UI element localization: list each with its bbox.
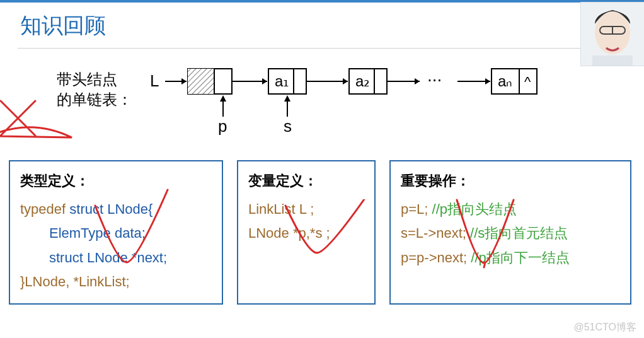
dots: ··· [427, 69, 442, 89]
svg-rect-5 [188, 69, 214, 94]
svg-marker-24 [284, 95, 290, 102]
pointer-s: s [284, 117, 292, 136]
top-accent-bar [0, 0, 644, 3]
svg-marker-12 [343, 78, 348, 84]
opdef-line1: p=L; //p指向头结点 [401, 197, 620, 222]
opdef-line3: p=p->next; //p指向下一结点 [401, 246, 620, 271]
opdef-heading: 重要操作： [401, 169, 620, 194]
vardef-line2: LNode *p,*s ; [248, 221, 364, 246]
svg-marker-22 [220, 95, 226, 102]
page-title: 知识回顾 [20, 11, 644, 40]
watermark: @51CTO博客 [573, 321, 636, 334]
typedef-line2: ElemType data; [20, 221, 212, 246]
svg-marker-1 [181, 78, 187, 84]
typedef-line1: typedef struct LNode{ [20, 197, 212, 222]
node-a1: a₁ [275, 73, 289, 90]
typedef-line3: struct LNode *next; [20, 246, 212, 271]
svg-rect-6 [214, 69, 232, 94]
svg-marker-18 [485, 78, 490, 84]
pointer-p: p [218, 117, 227, 136]
panel-typedef: 类型定义： typedef struct LNode{ ElemType dat… [9, 160, 223, 305]
node-terminator: ^ [524, 74, 531, 90]
node-an: aₙ [498, 73, 512, 90]
typedef-line4: }LNode, *LinkList; [20, 270, 212, 294]
title-underline [18, 48, 626, 49]
webcam-thumbnail [581, 3, 644, 66]
typedef-heading: 类型定义： [20, 169, 212, 194]
vardef-heading: 变量定义： [248, 169, 364, 194]
svg-rect-29 [592, 55, 633, 66]
linked-list-diagram: L a₁ a₂ ··· aₙ ^ p s [150, 66, 591, 148]
panel-opdef: 重要操作： p=L; //p指向头结点 s=L->next; //s指向首元结点… [389, 160, 631, 305]
vardef-line1: LinkList L ; [248, 197, 364, 222]
panel-vardef: 变量定义： LinkList L ; LNode *p,*s ; [237, 160, 376, 305]
red-scribble-topleft [0, 95, 86, 145]
svg-marker-8 [262, 78, 267, 84]
node-a2: a₂ [355, 73, 370, 90]
opdef-line2: s=L->next; //s指向首元结点 [401, 221, 620, 246]
svg-marker-16 [415, 78, 420, 84]
L-label: L [150, 71, 159, 90]
